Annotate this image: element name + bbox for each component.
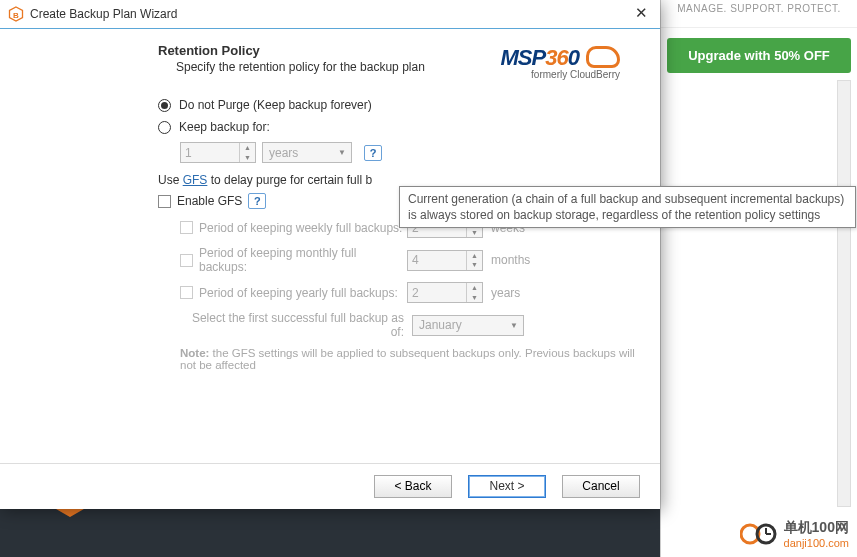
dialog-title: Create Backup Plan Wizard bbox=[30, 7, 626, 21]
cloud-icon bbox=[586, 46, 620, 68]
gfs-first-backup-label: Select the first successful full backup … bbox=[180, 311, 412, 339]
chevron-up-icon[interactable]: ▲ bbox=[240, 143, 255, 153]
radio-keep-for[interactable] bbox=[158, 121, 171, 134]
enable-gfs-checkbox[interactable] bbox=[158, 195, 171, 208]
help-icon[interactable]: ? bbox=[248, 193, 266, 209]
watermark: 单机100网 danji100.com bbox=[740, 519, 849, 549]
cancel-button[interactable]: Cancel bbox=[562, 475, 640, 498]
radio-keep-for-label: Keep backup for: bbox=[179, 120, 270, 134]
back-button[interactable]: < Back bbox=[374, 475, 452, 498]
app-icon: B bbox=[8, 6, 24, 22]
close-button[interactable]: ✕ bbox=[626, 4, 656, 24]
help-icon[interactable]: ? bbox=[364, 145, 382, 161]
next-button[interactable]: Next > bbox=[468, 475, 546, 498]
gfs-first-backup-select: January▼ bbox=[412, 315, 524, 336]
gfs-weekly-checkbox bbox=[180, 221, 193, 234]
upgrade-button[interactable]: Upgrade with 50% OFF bbox=[667, 38, 851, 73]
gfs-info-line: Use GFS to delay purge for certain full … bbox=[158, 173, 636, 187]
msp360-logo: MSP360 formerly CloudBerry bbox=[500, 43, 620, 80]
wizard-dialog: B Create Backup Plan Wizard ✕ Retention … bbox=[0, 0, 660, 509]
side-tagline: MANAGE. SUPPORT. PROTECT. bbox=[661, 0, 857, 28]
gfs-note: Note: the GFS settings will be applied t… bbox=[180, 347, 636, 371]
svg-text:B: B bbox=[13, 11, 19, 20]
wizard-content: Do not Purge (Keep backup forever) Keep … bbox=[158, 98, 636, 449]
side-panel: MANAGE. SUPPORT. PROTECT. Upgrade with 5… bbox=[660, 0, 857, 557]
keep-value-input[interactable] bbox=[181, 143, 239, 162]
side-scrollbar[interactable] bbox=[837, 80, 851, 507]
radio-do-not-purge-label: Do not Purge (Keep backup forever) bbox=[179, 98, 372, 112]
gfs-monthly-checkbox bbox=[180, 254, 193, 267]
titlebar: B Create Backup Plan Wizard ✕ bbox=[0, 0, 660, 29]
gfs-monthly-label: Period of keeping monthly full backups: bbox=[199, 246, 407, 274]
gfs-yearly-unit: years bbox=[491, 286, 520, 300]
gfs-yearly-label: Period of keeping yearly full backups: bbox=[199, 286, 407, 300]
gfs-weekly-label: Period of keeping weekly full backups: bbox=[199, 221, 407, 235]
keep-unit-select[interactable]: years▼ bbox=[262, 142, 352, 163]
dialog-header: Retention Policy Specify the retention p… bbox=[0, 29, 660, 84]
gfs-monthly-spinner: ▲▼ bbox=[407, 250, 483, 271]
enable-gfs-label: Enable GFS bbox=[177, 194, 242, 208]
chevron-down-icon[interactable]: ▼ bbox=[240, 153, 255, 163]
keep-value-spinner[interactable]: ▲▼ bbox=[180, 142, 256, 163]
page-title: Retention Policy bbox=[158, 43, 500, 58]
gfs-link[interactable]: GFS bbox=[183, 173, 208, 187]
page-subtitle: Specify the retention policy for the bac… bbox=[158, 60, 500, 74]
gfs-yearly-checkbox bbox=[180, 286, 193, 299]
radio-do-not-purge[interactable] bbox=[158, 99, 171, 112]
gfs-yearly-spinner: ▲▼ bbox=[407, 282, 483, 303]
help-tooltip: Current generation (a chain of a full ba… bbox=[399, 186, 856, 228]
chevron-down-icon: ▼ bbox=[335, 148, 349, 157]
gfs-settings: Period of keeping weekly full backups: ▲… bbox=[180, 217, 636, 371]
gfs-monthly-unit: months bbox=[491, 253, 530, 267]
wizard-buttons: < Back Next > Cancel bbox=[0, 463, 660, 509]
watermark-icon bbox=[740, 522, 778, 546]
